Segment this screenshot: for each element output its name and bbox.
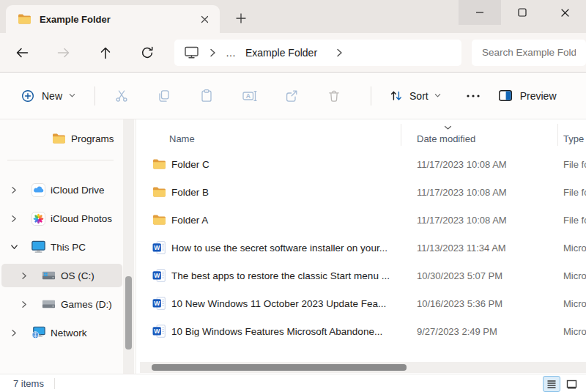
sidebar-item-this-pc[interactable]: This PC [1,235,122,259]
view-toggles [543,376,580,392]
file-row-the-best-apps-to-restore-the-c[interactable]: WThe best apps to restore the classic St… [136,262,586,289]
monitor-icon[interactable] [184,45,199,59]
file-row-how-to-use-the-secret-software[interactable]: WHow to use the secret software installe… [136,234,586,262]
details-view-icon[interactable] [543,376,560,392]
status-divider [54,378,55,389]
navigation-bar: … Example Folder [0,33,586,73]
maximize-icon[interactable] [501,0,544,25]
file-name: The best apps to restore the classic Sta… [171,270,414,281]
sort-button[interactable]: Sort [382,83,448,109]
column-header-type[interactable]: Type [563,133,584,144]
chevron-right-icon[interactable] [10,329,29,337]
file-date-modified: 9/27/2023 2:49 PM [417,326,497,337]
file-date-modified: 11/17/2023 10:08 AM [417,187,507,198]
column-divider[interactable] [557,124,558,146]
chevron-right-icon[interactable] [10,186,29,194]
share-icon[interactable] [275,83,308,109]
file-name: Folder B [171,187,414,198]
chevron-right-icon[interactable] [21,300,40,308]
sidebar-list: ProgramsiCloud DriveiCloud PhotosThis PC… [0,127,136,344]
column-header-name[interactable]: Name [169,133,195,144]
folder-icon [152,158,166,170]
network-icon [29,326,47,339]
svg-text:A: A [245,92,250,100]
tab-title: Example Folder [40,14,195,25]
sidebar-item-programs[interactable]: Programs [1,127,122,150]
chevron-down-icon[interactable] [10,243,29,251]
file-row-folder-a[interactable]: Folder A11/17/2023 10:08 AMFile folder [136,206,586,234]
column-header-date-modified[interactable]: Date modified [417,133,475,144]
file-name: Folder A [171,215,414,226]
file-name: 10 New Windows 11 October 2023 Update Fe… [171,298,414,309]
sidebar-item-network[interactable]: Network [1,321,122,344]
horizontal-scrollbar[interactable] [140,362,586,373]
search-input[interactable] [482,47,576,58]
sidebar-item-label: This PC [51,242,86,253]
sidebar-scrollbar-thumb[interactable] [125,276,132,350]
chevron-right-icon[interactable] [335,48,343,57]
word-doc-icon: W [152,241,166,254]
new-button[interactable]: New [12,83,84,109]
sidebar: ProgramsiCloud DriveiCloud PhotosThis PC… [0,119,136,374]
sidebar-item-label: Programs [71,133,114,144]
sidebar-item-os-c[interactable]: OS (C:) [1,264,122,287]
breadcrumb-overflow[interactable]: … [226,47,236,59]
preview-button-label: Preview [520,90,557,102]
breadcrumb-current[interactable]: Example Folder [245,47,317,59]
horizontal-scrollbar-thumb[interactable] [152,364,407,371]
sidebar-item-games-d[interactable]: Games (D:) [1,292,122,316]
file-type: Microsoft Word Document [563,298,586,309]
back-button[interactable] [7,40,37,66]
minimize-icon[interactable] [459,0,501,25]
icons-view-icon[interactable] [563,376,580,392]
search-box[interactable] [472,40,586,66]
paste-icon[interactable] [190,83,223,109]
file-list: Folder C11/17/2023 10:08 AMFile folderFo… [136,150,586,345]
address-bar[interactable]: … Example Folder [174,40,461,66]
sort-button-label: Sort [409,90,429,102]
file-row-10-big-windows-features-micros[interactable]: W10 Big Windows Features Microsoft Aband… [136,317,586,345]
close-icon[interactable] [544,0,586,25]
file-date-modified: 11/13/2023 11:34 AM [417,243,506,254]
column-divider[interactable] [401,124,401,146]
file-row-folder-c[interactable]: Folder C11/17/2023 10:08 AMFile folder [136,150,586,178]
toolbar-divider [94,86,95,106]
chevron-right-icon[interactable] [10,215,29,223]
tab-example-folder[interactable]: Example Folder [6,5,220,33]
rename-icon[interactable]: A [233,83,265,109]
file-type: File folder [563,159,586,170]
folder-icon [152,214,166,226]
folder-icon [152,186,166,198]
sort-arrows-icon [389,89,404,103]
chevron-right-icon[interactable] [21,272,40,280]
file-date-modified: 10/30/2023 5:07 PM [417,270,502,281]
delete-icon[interactable] [318,83,350,109]
sidebar-scrollbar[interactable] [123,119,134,374]
file-row-folder-b[interactable]: Folder B11/17/2023 10:08 AMFile folder [136,178,586,206]
sidebar-item-icloud-drive[interactable]: iCloud Drive [1,178,122,201]
file-name: 10 Big Windows Features Microsoft Abando… [171,326,414,337]
up-button[interactable] [91,40,120,66]
file-type: Microsoft Word Document [563,243,586,254]
copy-icon[interactable] [148,83,180,109]
chevron-right-icon[interactable] [209,48,216,57]
chevron-down-icon [69,92,75,99]
file-row-10-new-windows-11-october-2023[interactable]: W10 New Windows 11 October 2023 Update F… [136,289,586,317]
sidebar-item-icloud-photos[interactable]: iCloud Photos [1,207,122,230]
folder-icon [50,133,67,144]
new-tab-button[interactable] [229,7,253,29]
sidebar-item-label: Network [51,328,87,339]
preview-button[interactable]: Preview [489,83,565,109]
more-icon[interactable] [457,83,489,109]
svg-text:W: W [154,272,160,279]
new-button-label: New [42,90,62,102]
cut-icon[interactable] [105,83,138,109]
status-bar: 7 items [0,374,586,392]
icloud-drive-icon [29,183,47,197]
toolbar-divider [371,86,371,106]
sidebar-separator [7,160,114,160]
forward-button[interactable] [49,40,78,66]
tab-close-icon[interactable] [195,10,214,29]
sidebar-item-label: Games (D:) [61,299,112,310]
refresh-icon[interactable] [133,40,162,66]
